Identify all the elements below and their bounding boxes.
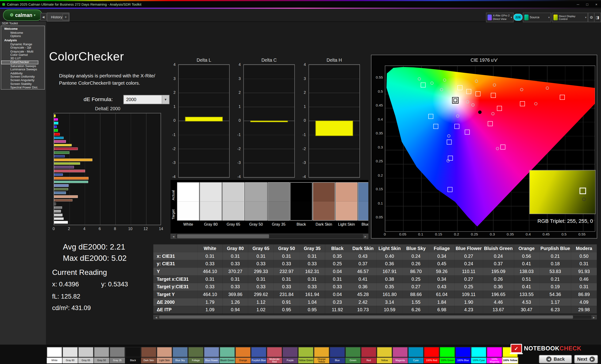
deltae-bar-yellow-green: [54, 162, 80, 165]
strip-patch-blue-sky[interactable]: Blue Sky: [172, 347, 188, 363]
patch-column-blue-sky[interactable]: Blue Sky: [358, 182, 368, 226]
patch-column-white[interactable]: White: [177, 182, 199, 226]
sidebar-item-additivity[interactable]: Additivity: [1, 72, 44, 75]
table-scrollbar-thumb[interactable]: [159, 316, 573, 318]
strip-label-purplish-blue: Purplish Blue: [251, 358, 266, 363]
row-label-x-cie31: x: CIE31: [153, 252, 197, 260]
strip-patch-blue-flower[interactable]: Blue Flower: [204, 347, 219, 363]
sidebar-item-screen-stability[interactable]: Screen Stability: [1, 82, 44, 86]
scroll-left-icon[interactable]: ◀: [171, 234, 176, 239]
strip-patch-100-green[interactable]: 100% Green: [440, 347, 455, 363]
strip-label-white: White: [47, 358, 62, 363]
cell-e-2000-3: 0.91: [274, 298, 299, 306]
sidebar-item-welcome[interactable]: Welcome: [1, 31, 44, 35]
table-scroll-left-icon[interactable]: ◀: [154, 315, 159, 319]
display-control-dropdown[interactable]: Direct Display Control ▾: [552, 13, 588, 22]
cell-target-y-cie31-14: 0.31: [571, 283, 597, 291]
settings-gear-button[interactable]: ⚙: [588, 13, 595, 22]
comparison-scrollbar[interactable]: ◀ ▶: [171, 234, 368, 239]
strip-patch-100-magenta[interactable]: 100% Magenta: [487, 347, 502, 363]
sidebar-group-analysis[interactable]: Analysis: [1, 38, 44, 42]
source-dropdown[interactable]: Source ▾: [523, 13, 551, 22]
cell-e-itp-13: 6.23: [539, 306, 571, 314]
next-button[interactable]: Next ▶: [574, 355, 598, 363]
patch-column-light-skin[interactable]: Light Skin: [335, 182, 358, 226]
scroll-right-icon[interactable]: ▶: [363, 234, 368, 239]
strip-patch-purple[interactable]: Purple: [282, 347, 298, 363]
patch-column-gray-80[interactable]: Gray 80: [200, 182, 222, 226]
deltae-row-light-skin: [54, 195, 160, 198]
patch-column-gray-65[interactable]: Gray 65: [222, 182, 245, 226]
sidebar-item-saturation-sweeps[interactable]: Saturation Sweeps: [1, 64, 44, 68]
add-tab-button[interactable]: +: [62, 14, 69, 20]
strip-patch-cyan[interactable]: Cyan: [408, 347, 423, 363]
strip-patch-yellow[interactable]: Yellow: [377, 347, 392, 363]
strip-patch-magenta[interactable]: Magenta: [392, 347, 408, 363]
back-button[interactable]: ◀ Back: [539, 355, 572, 363]
patch-column-black[interactable]: Black: [290, 182, 312, 226]
strip-patch-orange[interactable]: Orange: [235, 347, 250, 363]
strip-patch-bluish-green[interactable]: Bluish Green: [220, 347, 235, 363]
delta-l-bar: [185, 117, 222, 122]
sidebar-item-3d-lut[interactable]: 3D LUT: [1, 57, 44, 60]
cell-e-itp-11: 13.67: [483, 306, 514, 314]
strip-patch-moderate-red[interactable]: Moderate Red: [267, 347, 282, 363]
scrollbar-thumb[interactable]: [177, 234, 269, 238]
strip-patch-gray-35[interactable]: Gray 35: [110, 347, 125, 363]
strip-patch-100-blue[interactable]: 100% Blue: [455, 347, 471, 363]
cie-measured-circle-25: [534, 103, 537, 105]
sidebar-item-colorchecker[interactable]: ColorChecker: [1, 60, 38, 64]
cie-target-square-3: [476, 91, 481, 96]
strip-patch-black[interactable]: Black: [125, 347, 141, 363]
strip-patch-purplish-blue[interactable]: Purplish Blue: [251, 347, 266, 363]
sidebar-item-options[interactable]: Options: [1, 35, 44, 38]
close-button[interactable]: ×: [592, 3, 601, 6]
sidebar-group-welcome[interactable]: Welcome: [1, 27, 44, 31]
sidebar-item-grayscale-2pt[interactable]: Grayscale - 2pt: [1, 46, 44, 49]
patch-column-gray-50[interactable]: Gray 50: [245, 182, 267, 226]
cell-target-y-cie31-8: 0.27: [403, 283, 429, 291]
cell-y-14: 91.93: [571, 268, 597, 275]
cell-y-cie31-1: 0.33: [222, 260, 248, 268]
sidebar-item-screen-angularity[interactable]: Screen Angularity: [1, 78, 44, 82]
strip-patch-white[interactable]: White: [47, 347, 62, 363]
strip-swatch-blue: [330, 347, 345, 357]
table-scrollbar[interactable]: ◀ ▶: [153, 315, 597, 319]
strip-patch-dark-skin[interactable]: Dark Skin: [141, 347, 156, 363]
sidebar-item-color-gamut[interactable]: Color Gamut: [1, 53, 44, 57]
sidebar-item-spectral-power-dist[interactable]: Spectral Power Dist.: [1, 86, 44, 89]
sidebar-item-luminance-sweeps[interactable]: Luminance Sweeps: [1, 68, 44, 71]
sidebar-collapse-button[interactable]: ◀: [40, 13, 46, 21]
strip-patch-green[interactable]: Green: [345, 347, 361, 363]
display-layout-button[interactable]: ◨: [594, 13, 601, 22]
calman-logo-menu[interactable]: ⚙ calman ▾: [3, 10, 42, 21]
strip-swatch-blue-sky: [172, 347, 188, 357]
strip-patch-foliage[interactable]: Foliage: [188, 347, 203, 363]
reading-count-badge[interactable]: 226: [514, 14, 523, 21]
strip-patch-orange-yellow[interactable]: Orange Yellow: [314, 347, 329, 363]
table-scroll-right-icon[interactable]: ▶: [591, 315, 596, 319]
strip-label-blue: Blue: [330, 358, 345, 363]
strip-patch-gray-50[interactable]: Gray 50: [94, 347, 109, 363]
sidebar-item-grayscale-multi[interactable]: Grayscale - Multi: [1, 50, 44, 53]
de-formula-select[interactable]: 2000 ▼: [123, 95, 170, 104]
patch-column-gray-35[interactable]: Gray 35: [268, 182, 290, 226]
strip-swatch-blue-flower: [204, 347, 219, 357]
strip-patch-gray-65[interactable]: Gray 65: [78, 347, 93, 363]
strip-patch-yellow-green[interactable]: Yellow Green: [298, 347, 313, 363]
meter-selector-button[interactable]: X-Rite i1Pro 2 Direct View ▾: [486, 13, 514, 22]
strip-patch-gray-80[interactable]: Gray 80: [62, 347, 78, 363]
source-caret-icon: ▾: [548, 16, 550, 19]
strip-patch-blue[interactable]: Blue: [330, 347, 345, 363]
strip-patch-100-cyan[interactable]: 100% Cyan: [471, 347, 486, 363]
patch-column-dark-skin[interactable]: Dark Skin: [313, 182, 335, 226]
sidebar-header: SDR Toolkit: [2, 22, 18, 25]
minimize-button[interactable]: ─: [573, 3, 582, 6]
sidebar-item-screen-uniformity[interactable]: Screen Uniformity: [1, 75, 44, 78]
strip-patch-light-skin[interactable]: Light Skin: [157, 347, 172, 363]
maximize-button[interactable]: □: [583, 3, 592, 6]
strip-patch-red[interactable]: Red: [361, 347, 376, 363]
strip-patch-100-red[interactable]: 100% Red: [424, 347, 439, 363]
cell-target-y-9: 61.04: [429, 291, 454, 298]
sidebar-item-dynamic-range[interactable]: Dynamic Range: [1, 42, 44, 46]
